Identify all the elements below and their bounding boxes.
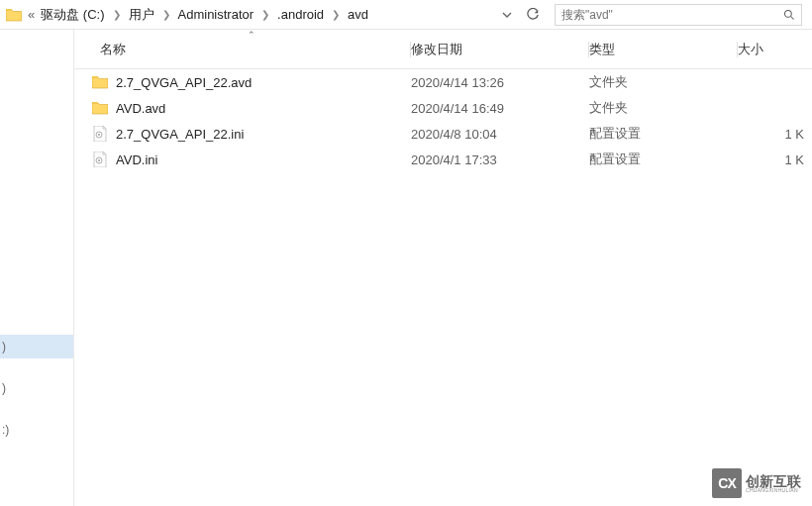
- svg-point-5: [98, 159, 100, 161]
- table-row[interactable]: 2.7_QVGA_API_22.avd2020/4/14 13:26文件夹: [74, 69, 812, 95]
- sort-ascending-icon: ⌃: [248, 30, 255, 40]
- search-input[interactable]: [556, 5, 777, 25]
- file-type: 配置设置: [589, 151, 738, 168]
- watermark-text-en: CHUANGXINHULIAN: [746, 488, 801, 493]
- file-type: 文件夹: [589, 73, 738, 91]
- table-row[interactable]: AVD.avd2020/4/14 16:49文件夹: [74, 95, 812, 121]
- column-header-name[interactable]: 名称: [74, 41, 411, 58]
- file-list: ⌃ 名称 修改日期 类型 大小 2.7_QVGA_API_22.avd2020/…: [74, 30, 812, 506]
- column-header-row: ⌃ 名称 修改日期 类型 大小: [74, 30, 812, 69]
- file-size: 1 K: [738, 152, 812, 167]
- folder-icon: [92, 100, 108, 116]
- watermark-text-cn: 创新互联: [746, 474, 801, 488]
- chevron-right-icon[interactable]: ❯: [107, 9, 127, 20]
- navigation-pane[interactable]: ) ) :): [0, 30, 74, 506]
- nav-tree-item[interactable]: ): [0, 376, 73, 400]
- file-date: 2020/4/14 16:49: [411, 101, 589, 116]
- breadcrumb[interactable]: « 驱动盘 (C:) ❯ 用户 ❯ Administrator ❯ .andro…: [0, 0, 489, 29]
- watermark-logo: CX: [712, 468, 742, 498]
- file-type: 配置设置: [589, 125, 738, 143]
- settings-file-icon: [92, 126, 108, 142]
- nav-tree-label: ): [2, 381, 6, 395]
- nav-controls: [495, 4, 545, 26]
- column-header-date[interactable]: 修改日期: [411, 41, 589, 58]
- column-label: 类型: [589, 41, 615, 58]
- address-bar: « 驱动盘 (C:) ❯ 用户 ❯ Administrator ❯ .andro…: [0, 0, 812, 30]
- svg-point-0: [785, 10, 792, 17]
- settings-file-icon: [92, 152, 108, 167]
- column-label: 大小: [738, 41, 763, 58]
- column-header-type[interactable]: 类型: [589, 41, 738, 58]
- breadcrumb-item-android[interactable]: .android: [275, 5, 326, 24]
- file-date: 2020/4/8 10:04: [411, 127, 589, 142]
- file-name: 2.7_QVGA_API_22.ini: [116, 127, 244, 142]
- column-label: 修改日期: [411, 41, 462, 58]
- history-dropdown-button[interactable]: [495, 4, 519, 26]
- breadcrumb-item-avd[interactable]: avd: [346, 5, 370, 24]
- file-name: AVD.avd: [116, 101, 165, 116]
- nav-tree-label: :): [2, 423, 9, 437]
- chevron-right-icon[interactable]: ❯: [255, 9, 275, 20]
- chevron-right-icon[interactable]: ❯: [326, 9, 346, 20]
- nav-tree-item[interactable]: :): [0, 418, 73, 442]
- file-size: 1 K: [738, 127, 812, 142]
- table-row[interactable]: AVD.ini2020/4/1 17:33配置设置1 K: [74, 147, 812, 172]
- table-row[interactable]: 2.7_QVGA_API_22.ini2020/4/8 10:04配置设置1 K: [74, 121, 812, 147]
- refresh-button[interactable]: [521, 4, 545, 26]
- breadcrumb-overflow[interactable]: «: [28, 7, 35, 22]
- file-type: 文件夹: [589, 99, 738, 117]
- column-label: 名称: [100, 41, 126, 58]
- svg-line-1: [791, 16, 794, 19]
- nav-tree-item[interactable]: ): [0, 335, 73, 358]
- watermark: CX 创新互联 CHUANGXINHULIAN: [707, 466, 806, 500]
- folder-icon: [92, 74, 108, 90]
- breadcrumb-item-drive[interactable]: 驱动盘 (C:): [39, 4, 106, 26]
- file-date: 2020/4/14 13:26: [411, 75, 589, 90]
- file-name: AVD.ini: [116, 152, 157, 167]
- column-header-size[interactable]: 大小: [738, 41, 812, 58]
- folder-icon: [6, 8, 24, 22]
- file-date: 2020/4/1 17:33: [411, 152, 589, 167]
- breadcrumb-item-users[interactable]: 用户: [127, 4, 156, 26]
- svg-point-3: [98, 134, 100, 136]
- search-box[interactable]: [555, 4, 802, 26]
- chevron-right-icon[interactable]: ❯: [156, 9, 176, 20]
- search-button[interactable]: [777, 9, 801, 21]
- nav-tree-label: ): [2, 340, 6, 354]
- file-name: 2.7_QVGA_API_22.avd: [116, 75, 252, 90]
- breadcrumb-item-admin[interactable]: Administrator: [176, 5, 256, 24]
